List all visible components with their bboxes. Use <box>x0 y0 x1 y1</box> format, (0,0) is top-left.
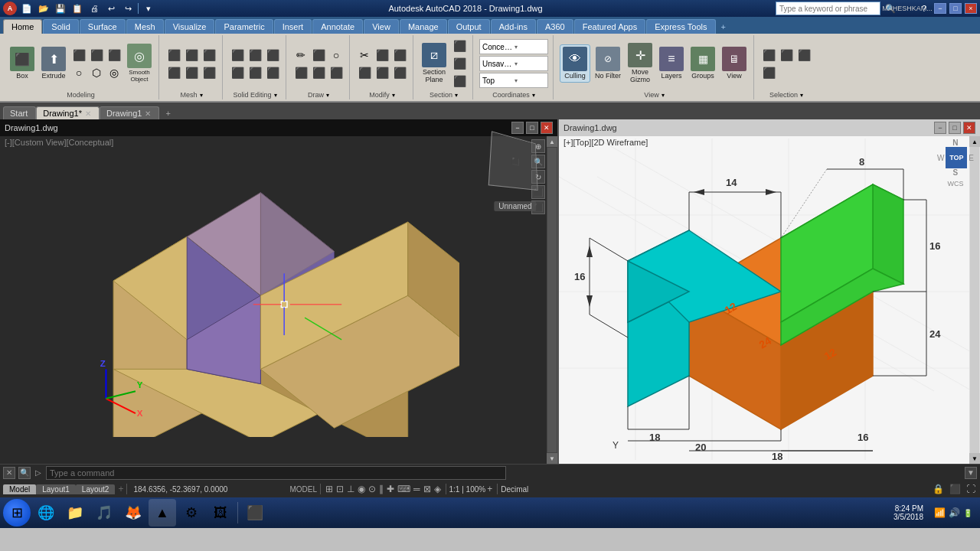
app-logo[interactable]: A <box>3 2 17 15</box>
view-tool[interactable]: 🖥 View <box>720 45 749 82</box>
tab-visualize[interactable]: Visualize <box>165 19 215 34</box>
help-btn[interactable]: ? <box>917 2 931 15</box>
extrude-tool[interactable]: ⬆ Extrude <box>39 45 68 82</box>
modify-5[interactable]: ⬛ <box>374 64 390 81</box>
selection-dropdown[interactable]: ▾ <box>800 92 803 99</box>
selection-1[interactable]: ⬛ <box>760 47 777 64</box>
mesh-tool-1[interactable]: ⬛ <box>165 47 182 64</box>
quick-access-new[interactable]: 📄 <box>20 2 34 15</box>
vp-maximize[interactable]: □ <box>526 122 538 134</box>
view-dir-dropdown[interactable]: Unsaved View ▾ <box>479 56 548 71</box>
doc-tab-start[interactable]: Start <box>3 106 36 119</box>
scroll-right-thumb[interactable] <box>970 147 979 453</box>
fullscreen-icon[interactable]: ⛶ <box>965 484 977 494</box>
draw-4[interactable]: ⬛ <box>292 64 309 81</box>
tab-expresstools[interactable]: Express Tools <box>646 19 715 34</box>
grid-icon[interactable]: ⊞ <box>324 484 335 494</box>
select-icon[interactable]: ◈ <box>433 484 443 494</box>
vp-minimize[interactable]: − <box>511 122 524 134</box>
view-coord-dropdown[interactable]: Top ▾ <box>479 73 548 88</box>
selection-2[interactable]: ⬛ <box>778 47 795 64</box>
layers-tool[interactable]: ≡ Layers <box>657 45 686 82</box>
vp-r-minimize[interactable]: − <box>934 122 946 134</box>
draw-2[interactable]: ⬛ <box>310 47 327 64</box>
lineweight-icon[interactable]: ═ <box>412 484 422 494</box>
scroll-down[interactable]: ▼ <box>547 453 557 464</box>
view-style-dropdown[interactable]: Conceptual ▾ <box>479 39 548 54</box>
modeling-tool-1[interactable]: ⬛ <box>70 47 87 64</box>
tray-battery[interactable]: 🔋 <box>963 509 972 517</box>
draw-1[interactable]: ✏ <box>292 47 309 64</box>
quick-access-open[interactable]: 📂 <box>37 2 51 15</box>
modeling-tool-2[interactable]: ⬛ <box>88 47 105 64</box>
tab-addins[interactable]: Add-ins <box>491 19 536 34</box>
tab-solid[interactable]: Solid <box>43 19 78 34</box>
tab-parametric[interactable]: Parametric <box>215 19 273 34</box>
scroll-right-down[interactable]: ▼ <box>969 453 980 464</box>
add-tab-btn[interactable]: + <box>717 20 730 34</box>
ortho-icon[interactable]: ⊥ <box>345 484 356 494</box>
draw-5[interactable]: ⬛ <box>310 64 327 81</box>
modeling-tool-4[interactable]: ○ <box>70 64 87 81</box>
smooth-object-tool[interactable]: ◎ SmoothObject <box>125 42 154 85</box>
solid-edit-4[interactable]: ⬛ <box>229 64 246 81</box>
polar-icon[interactable]: ◉ <box>356 484 367 494</box>
lock-icon[interactable]: 🔒 <box>931 484 946 494</box>
tray-sound[interactable]: 🔊 <box>949 507 960 518</box>
start-button[interactable]: ⊞ <box>3 499 31 527</box>
doc-tab-drawing1[interactable]: Drawing1 ✕ <box>100 106 159 119</box>
modify-4[interactable]: ⬛ <box>356 64 373 81</box>
solid-editing-dropdown[interactable]: ▾ <box>274 92 277 99</box>
modeling-tool-3[interactable]: ⬛ <box>106 47 122 64</box>
tab-a360[interactable]: A360 <box>537 19 573 34</box>
tab-home[interactable]: Home <box>3 19 42 34</box>
tab-surface[interactable]: Surface <box>80 19 126 34</box>
quick-access-save[interactable]: 💾 <box>54 2 67 15</box>
section-tool-3[interactable]: ⬛ <box>451 73 468 90</box>
minimize-btn[interactable]: − <box>934 3 946 14</box>
taskbar-autocad[interactable]: ▲ <box>149 499 176 527</box>
section-plane-tool[interactable]: ⧄ SectionPlane <box>420 41 449 86</box>
tab-insert[interactable]: Insert <box>274 19 312 34</box>
tab-featapps[interactable]: Featured Apps <box>574 19 646 34</box>
modify-2[interactable]: ⬛ <box>374 47 390 64</box>
user-info[interactable]: MAHESHKAM... <box>900 2 914 15</box>
snap-icon[interactable]: ⊡ <box>335 484 345 494</box>
no-filter-tool[interactable]: ⊘ No Filter <box>593 45 623 82</box>
workspace-dropdown[interactable]: ▾ <box>142 2 155 15</box>
viewport-left[interactable]: Drawing1.dwg − □ ✕ [-][Custom View][Conc… <box>0 119 559 464</box>
modify-6[interactable]: ⬛ <box>391 64 408 81</box>
selection-4[interactable]: ⬛ <box>760 64 777 81</box>
layout2-tab[interactable]: Layout2 <box>76 484 116 494</box>
solid-edit-1[interactable]: ⬛ <box>229 47 246 64</box>
mesh-dropdown-arrow[interactable]: ▾ <box>200 92 203 99</box>
settings-icon[interactable]: + <box>485 484 494 494</box>
cmd-close-btn[interactable]: ✕ <box>3 467 15 479</box>
taskbar-firefox[interactable]: 🦊 <box>119 499 147 527</box>
modeling-tool-5[interactable]: ⬡ <box>88 64 105 81</box>
dynin-icon[interactable]: ⌨ <box>396 484 412 494</box>
quick-access-saveas[interactable]: 📋 <box>70 2 84 15</box>
vp-r-maximize[interactable]: □ <box>949 122 961 134</box>
tray-network[interactable]: 📶 <box>934 507 946 518</box>
mesh-tool-6[interactable]: ⬛ <box>201 64 217 81</box>
modeling-tool-6[interactable]: ◎ <box>106 64 122 81</box>
solid-edit-2[interactable]: ⬛ <box>247 47 263 64</box>
layout1-tab[interactable]: Layout1 <box>36 484 76 494</box>
ucs-icon[interactable]: ✚ <box>385 484 396 494</box>
solid-edit-3[interactable]: ⬛ <box>264 47 281 64</box>
trans-icon[interactable]: ⊠ <box>422 484 433 494</box>
draw-6[interactable]: ⬛ <box>328 64 345 81</box>
mesh-tool-3[interactable]: ⬛ <box>201 47 217 64</box>
cmd-search-btn[interactable]: 🔍 <box>18 467 31 479</box>
modify-3[interactable]: ⬛ <box>391 47 408 64</box>
vp-r-close[interactable]: ✕ <box>963 122 975 134</box>
taskbar-ie[interactable]: 🌐 <box>32 499 60 527</box>
doc-tab-close-drawing1star[interactable]: ✕ <box>85 109 91 118</box>
selection-3[interactable]: ⬛ <box>795 47 812 64</box>
viewport-right[interactable]: Drawing1.dwg − □ ✕ [+][Top][2D Wireframe… <box>559 119 980 464</box>
section-tool-2[interactable]: ⬛ <box>451 55 468 72</box>
coordinates-dropdown[interactable]: ▾ <box>532 92 535 99</box>
solid-edit-6[interactable]: ⬛ <box>264 64 281 81</box>
taskbar-tool1[interactable]: ⚙ <box>178 499 205 527</box>
